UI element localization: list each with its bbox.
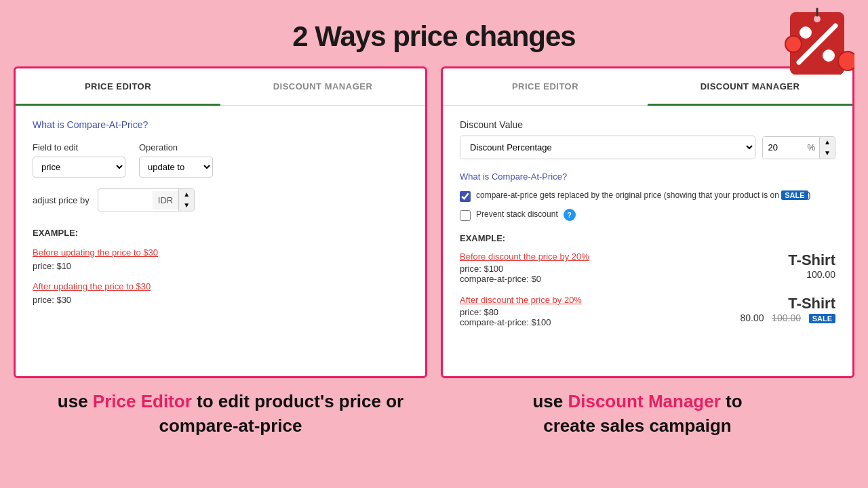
after-price-old: 100.00 (772, 312, 801, 323)
discount-percent-symbol: % (804, 137, 820, 158)
svg-point-3 (822, 49, 835, 62)
page-title: 2 Ways price changes (0, 0, 868, 66)
right-tabs: PRICE EDITOR DISCOUNT MANAGER (443, 68, 852, 106)
svg-point-2 (799, 26, 812, 39)
left-after-example: After updating the price to $30 price: $… (33, 281, 408, 306)
checkbox-row-1: compare-at-price gets replaced by the or… (460, 190, 835, 202)
discount-num-wrap: % ▲ ▼ (762, 136, 835, 159)
bottom-text: use Price Editor to edit product's price… (0, 389, 868, 439)
right-after-example: After discount the price by 20% price: $… (460, 295, 835, 327)
adjust-up-btn[interactable]: ▲ (179, 189, 194, 200)
adjust-input-wrap: IDR ▲ ▼ (98, 188, 195, 211)
before-product-name: T-Shirt (754, 251, 835, 269)
price-editor-highlight: Price Editor (93, 391, 192, 411)
after-discount-link[interactable]: After discount the price by 20% (460, 295, 740, 305)
operation-label: Operation (139, 142, 213, 152)
discount-select-wrap: Discount Percentage Discount Amount (460, 136, 755, 159)
prevent-stack-label: Prevent stack discount (476, 209, 558, 220)
right-before-right: T-Shirt 100.00 (754, 251, 835, 280)
discount-spinner: ▲ ▼ (819, 137, 835, 159)
field-to-edit-select[interactable]: price compare-at-price (33, 157, 125, 178)
left-panel-content: What is Compare-At-Price? Field to edit … (16, 106, 425, 329)
after-product-prices: 80.00 100.00 SALE (740, 312, 835, 323)
right-after-price: price: $80 (460, 307, 740, 317)
panels-container: PRICE EDITOR DISCOUNT MANAGER What is Co… (0, 66, 868, 378)
right-panel-content: Discount Value Discount Percentage Disco… (443, 106, 852, 352)
bottom-left-text: use Price Editor to edit product's price… (27, 389, 434, 439)
left-before-example: Before updating the price to $30 price: … (33, 247, 408, 272)
after-price-new: 80.00 (740, 312, 764, 323)
field-row: Field to edit price compare-at-price Ope… (33, 142, 408, 178)
svg-point-6 (838, 52, 854, 70)
tab-discount-manager-right[interactable]: DISCOUNT MANAGER (648, 69, 852, 106)
before-link[interactable]: Before updating the price to $30 (33, 247, 408, 258)
discount-number-input[interactable] (763, 137, 804, 158)
discount-input-row: Discount Percentage Discount Amount % ▲ … (460, 136, 835, 159)
sale-inline-badge: SALE (781, 190, 808, 200)
right-before-price: price: $100 (460, 264, 754, 274)
help-icon[interactable]: ? (564, 209, 576, 221)
right-before-left: Before discount the price by 20% price: … (460, 251, 754, 284)
right-after-right: T-Shirt 80.00 100.00 SALE (740, 295, 835, 323)
compare-at-price-link-left[interactable]: What is Compare-At-Price? (33, 119, 408, 130)
compare-replace-checkbox[interactable] (460, 191, 471, 202)
before-price: price: $10 (33, 261, 71, 271)
discount-manager-highlight: Discount Manager (568, 391, 720, 411)
svg-point-5 (785, 36, 802, 52)
tab-discount-manager-left[interactable]: DISCOUNT MANAGER (220, 69, 425, 106)
before-discount-link[interactable]: Before discount the price by 20% (460, 251, 754, 262)
adjust-label: adjust price by (33, 195, 90, 205)
right-before-compare: compare-at-price: $0 (460, 274, 754, 284)
compare-at-price-link-right[interactable]: What is Compare-At-Price? (460, 171, 835, 182)
bottom-right-text: use Discount Manager tocreate sales camp… (434, 389, 841, 439)
operation-select[interactable]: update to increase by decrease by (139, 157, 213, 178)
right-after-compare: compare-at-price: $100 (460, 317, 740, 327)
adjust-currency: IDR (153, 191, 178, 209)
right-before-example: Before discount the price by 20% price: … (460, 251, 835, 284)
right-example-section: EXAMPLE: Before discount the price by 20… (460, 233, 835, 327)
tab-price-editor-left[interactable]: PRICE EDITOR (16, 69, 220, 106)
field-to-edit-group: Field to edit price compare-at-price (33, 142, 125, 178)
adjust-down-btn[interactable]: ▼ (179, 200, 194, 211)
checkbox-row-2: Prevent stack discount ? (460, 209, 835, 221)
discount-up-btn[interactable]: ▲ (820, 137, 835, 148)
before-product-price: 100.00 (754, 269, 835, 280)
left-example-section: EXAMPLE: Before updating the price to $3… (33, 228, 408, 306)
compare-replace-label: compare-at-price gets replaced by the or… (476, 190, 811, 201)
operation-group: Operation update to increase by decrease… (139, 142, 213, 178)
right-example-label: EXAMPLE: (460, 233, 835, 243)
left-tabs: PRICE EDITOR DISCOUNT MANAGER (16, 68, 425, 106)
right-after-left: After discount the price by 20% price: $… (460, 295, 740, 327)
field-to-edit-label: Field to edit (33, 142, 125, 152)
right-panel: PRICE EDITOR DISCOUNT MANAGER Discount V… (441, 66, 854, 378)
prevent-stack-discount-checkbox[interactable] (460, 210, 471, 221)
tab-price-editor-right[interactable]: PRICE EDITOR (443, 69, 648, 106)
discount-value-label: Discount Value (460, 119, 835, 130)
left-panel: PRICE EDITOR DISCOUNT MANAGER What is Co… (14, 66, 427, 378)
after-sale-badge: SALE (809, 314, 835, 323)
after-product-name: T-Shirt (740, 295, 835, 312)
after-price: price: $30 (33, 295, 71, 305)
discount-type-select[interactable]: Discount Percentage Discount Amount (460, 136, 755, 159)
adjust-row: adjust price by IDR ▲ ▼ (33, 188, 408, 211)
adjust-spinner: ▲ ▼ (178, 189, 194, 211)
adjust-input[interactable] (98, 191, 153, 209)
left-example-label: EXAMPLE: (33, 228, 408, 238)
discount-down-btn[interactable]: ▼ (820, 148, 835, 159)
after-link[interactable]: After updating the price to $30 (33, 281, 408, 291)
